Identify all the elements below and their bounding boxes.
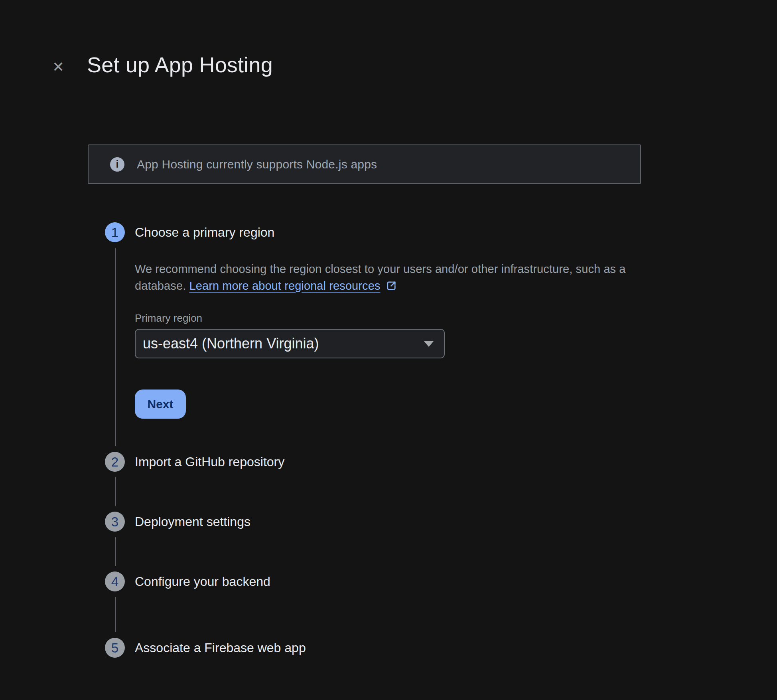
step-number-badge: 4 <box>105 571 125 591</box>
info-banner-text: App Hosting currently supports Node.js a… <box>137 158 377 171</box>
step-header-configure-backend: 4 Configure your backend <box>0 571 777 591</box>
next-button[interactable]: Next <box>135 390 186 419</box>
learn-more-link[interactable]: Learn more about regional resources <box>189 279 397 292</box>
step-header-deployment-settings: 3 Deployment settings <box>0 512 777 532</box>
step-header-import-repo: 2 Import a GitHub repository <box>0 452 777 472</box>
primary-region-select[interactable]: us-east4 (Northern Virginia) <box>135 329 445 358</box>
step-label: Deployment settings <box>135 514 250 529</box>
step-connector-line <box>115 597 116 632</box>
dropdown-arrow-icon <box>424 341 434 347</box>
setup-app-hosting-dialog: ✕ Set up App Hosting i App Hosting curre… <box>0 0 777 700</box>
step-label: Import a GitHub repository <box>135 455 284 469</box>
external-link-icon <box>385 279 397 296</box>
info-icon: i <box>110 157 124 172</box>
step-connector-line <box>115 537 116 566</box>
step-number-badge: 3 <box>105 512 125 532</box>
step-number-badge: 1 <box>105 222 125 242</box>
step-connector-line <box>115 477 116 506</box>
step-label: Associate a Firebase web app <box>135 641 306 655</box>
step-header-associate-web-app: 5 Associate a Firebase web app <box>0 638 777 658</box>
page-title: Set up App Hosting <box>87 52 273 77</box>
step-label: Choose a primary region <box>135 225 274 240</box>
close-icon[interactable]: ✕ <box>48 57 69 77</box>
region-description: We recommend choosing the region closest… <box>135 261 633 296</box>
learn-more-link-label: Learn more about regional resources <box>189 279 380 292</box>
info-banner: i App Hosting currently supports Node.js… <box>88 144 641 184</box>
step-label: Configure your backend <box>135 574 270 589</box>
setup-stepper: 1 Choose a primary region We recommend c… <box>0 222 777 658</box>
step1-content: We recommend choosing the region closest… <box>115 248 777 446</box>
step-number-badge: 5 <box>105 638 125 658</box>
step-number-badge: 2 <box>105 452 125 472</box>
primary-region-label: Primary region <box>135 312 777 324</box>
primary-region-selected-value: us-east4 (Northern Virginia) <box>143 335 319 352</box>
step-header-choose-region: 1 Choose a primary region <box>0 222 777 242</box>
